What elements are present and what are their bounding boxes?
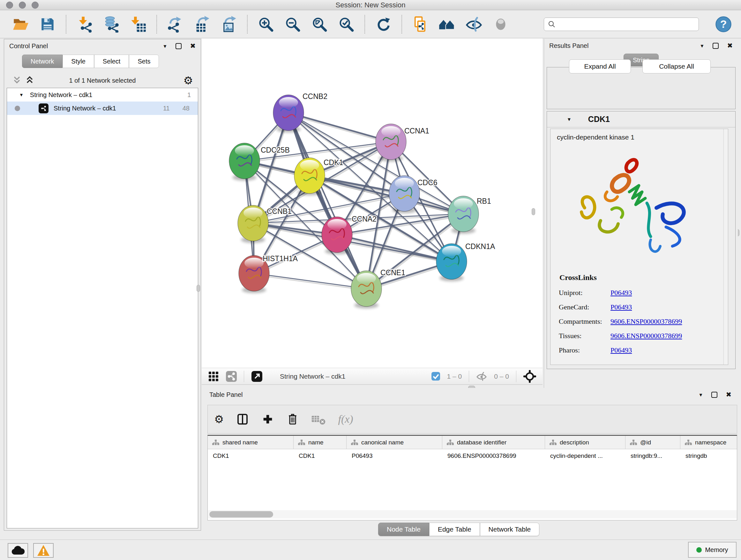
- import-network-button[interactable]: [76, 16, 93, 33]
- import-database-button[interactable]: [103, 16, 120, 33]
- column-header-name[interactable]: name: [293, 436, 347, 449]
- table-hscrollbar[interactable]: [208, 510, 737, 518]
- hidden-node-edge-count: 0 – 0: [494, 373, 509, 380]
- column-header-shared-name[interactable]: shared name: [208, 436, 293, 449]
- open-folder-icon: [12, 16, 29, 33]
- node-CDC25B[interactable]: CDC25B: [229, 143, 290, 181]
- tree-expander-icon[interactable]: ▼: [19, 92, 23, 98]
- results-scrollbar[interactable]: [724, 129, 728, 365]
- collapse-all-icon[interactable]: [12, 75, 22, 85]
- panel-float-icon[interactable]: [713, 43, 719, 49]
- fit-selected-crosshair-icon[interactable]: [523, 370, 536, 383]
- help-button[interactable]: ?: [715, 16, 732, 33]
- network-collection-row[interactable]: ▼ String Network – cdk1 1: [7, 88, 198, 102]
- window-minimize-button[interactable]: [19, 2, 26, 9]
- control-tab-select[interactable]: Select: [94, 55, 129, 68]
- zoom-in-button[interactable]: [257, 16, 274, 33]
- export-network-button[interactable]: [166, 16, 184, 33]
- window-close-button[interactable]: [6, 2, 13, 9]
- table-cell[interactable]: stringdb: [680, 449, 737, 462]
- panel-close-icon[interactable]: ✖: [190, 42, 196, 50]
- expand-all-button[interactable]: Expand All: [569, 59, 631, 73]
- show-all-button[interactable]: [492, 16, 509, 33]
- table-cell[interactable]: stringdb:9...: [625, 449, 680, 462]
- network-graph[interactable]: CCNB2CCNA1CDC25BCDK1CDC6RB1CCNB1CCNA2CDK…: [202, 38, 542, 368]
- zoom-out-button[interactable]: [284, 16, 301, 33]
- scrollbar-thumb[interactable]: [209, 511, 273, 517]
- node-CDKN1A[interactable]: CDKN1A: [436, 242, 495, 281]
- panel-float-icon[interactable]: [176, 43, 182, 49]
- control-tab-network[interactable]: Network: [22, 55, 63, 68]
- first-neighbors-button[interactable]: [439, 16, 456, 33]
- export-table-button[interactable]: [193, 16, 211, 33]
- table-tab-node-table[interactable]: Node Table: [378, 523, 429, 536]
- selected-checkbox-icon[interactable]: [431, 372, 440, 381]
- column-header-description[interactable]: description: [545, 436, 625, 449]
- node-RB1[interactable]: RB1: [448, 196, 491, 234]
- panel-menu-icon[interactable]: ▼: [698, 392, 703, 397]
- window-zoom-button[interactable]: [31, 2, 39, 9]
- node-CCNA1[interactable]: CCNA1: [376, 124, 429, 162]
- select-columns-icon[interactable]: [236, 413, 249, 426]
- control-tab-style[interactable]: Style: [63, 55, 94, 68]
- network-view-icon[interactable]: [226, 371, 237, 382]
- save-session-button[interactable]: [39, 16, 56, 33]
- table-row[interactable]: CDK1CDK1P064939606.ENSP00000378699cyclin…: [208, 449, 737, 462]
- node-HIST1H1A[interactable]: HIST1H1A: [239, 254, 298, 293]
- delete-column-icon[interactable]: [286, 413, 299, 426]
- left-splitter-handle[interactable]: [197, 285, 200, 292]
- table-cell[interactable]: cyclin-dependent ...: [545, 449, 625, 462]
- zoom-selected-button[interactable]: [338, 16, 355, 33]
- grid-view-icon[interactable]: [208, 371, 219, 382]
- table-cell[interactable]: P06493: [347, 449, 442, 462]
- panel-float-icon[interactable]: [711, 392, 718, 398]
- birds-eye-view-icon[interactable]: [251, 371, 263, 382]
- right-splitter-handle[interactable]: [532, 208, 535, 215]
- crosslink-link[interactable]: P06493: [610, 286, 632, 300]
- warning-button[interactable]: [33, 543, 54, 558]
- column-header--id[interactable]: @id: [625, 436, 680, 449]
- crosslink-link[interactable]: P06493: [610, 300, 632, 314]
- node-CCNB2[interactable]: CCNB2: [273, 92, 327, 132]
- crosslink-link[interactable]: 9606.ENSP00000378699: [610, 328, 682, 343]
- copy-document-icon: [412, 16, 428, 33]
- crosslink-link[interactable]: 9606.ENSP00000378699: [610, 314, 682, 328]
- column-header-database-identifier[interactable]: database identifier: [442, 436, 545, 449]
- network-canvas[interactable]: CCNB2CCNA1CDC25BCDK1CDC6RB1CCNB1CCNA2CDK…: [202, 38, 542, 368]
- protein-card-header[interactable]: ▼ CDK1: [547, 111, 735, 127]
- node-CCNE1[interactable]: CCNE1: [351, 268, 405, 308]
- toolbar-separator: [364, 15, 365, 34]
- add-column-icon[interactable]: [261, 413, 274, 426]
- column-header-canonical-name[interactable]: canonical name: [347, 436, 442, 449]
- table-cell[interactable]: CDK1: [293, 449, 347, 462]
- node-table[interactable]: shared namenamecanonical namedatabase id…: [207, 435, 737, 520]
- table-tab-network-table[interactable]: Network Table: [480, 523, 540, 536]
- collapse-all-button[interactable]: Collapse All: [643, 59, 711, 73]
- panel-close-icon[interactable]: ✖: [727, 42, 733, 50]
- export-image-button[interactable]: [220, 16, 238, 33]
- network-row-selected[interactable]: String Network – cdk1 11 48: [7, 102, 198, 115]
- collapse-entry-icon[interactable]: ▼: [567, 117, 571, 122]
- control-tab-sets[interactable]: Sets: [129, 55, 159, 68]
- table-cell[interactable]: CDK1: [208, 449, 293, 462]
- panel-menu-icon[interactable]: ▼: [163, 44, 167, 49]
- column-header-namespace[interactable]: namespace: [680, 436, 737, 449]
- search-box[interactable]: [544, 17, 699, 31]
- panel-close-icon[interactable]: ✖: [726, 391, 731, 398]
- clone-network-button[interactable]: [412, 16, 429, 33]
- table-tab-edge-table[interactable]: Edge Table: [429, 523, 480, 536]
- hide-selected-button[interactable]: [465, 16, 482, 33]
- search-input[interactable]: [558, 20, 695, 28]
- expand-all-icon[interactable]: [24, 75, 35, 85]
- zoom-fit-button[interactable]: [311, 16, 328, 33]
- apply-layout-button[interactable]: [375, 16, 392, 33]
- memory-button[interactable]: Memory: [688, 542, 737, 558]
- import-table-button[interactable]: [130, 16, 147, 33]
- panel-menu-icon[interactable]: ▼: [700, 43, 704, 49]
- crosslink-link[interactable]: P06493: [610, 343, 632, 357]
- table-cell[interactable]: 9606.ENSP00000378699: [442, 449, 545, 462]
- network-options-gear-icon[interactable]: ⚙: [184, 75, 193, 86]
- cloud-button[interactable]: [8, 543, 28, 558]
- open-session-button[interactable]: [12, 16, 29, 33]
- table-options-gear-icon[interactable]: ⚙: [214, 414, 224, 425]
